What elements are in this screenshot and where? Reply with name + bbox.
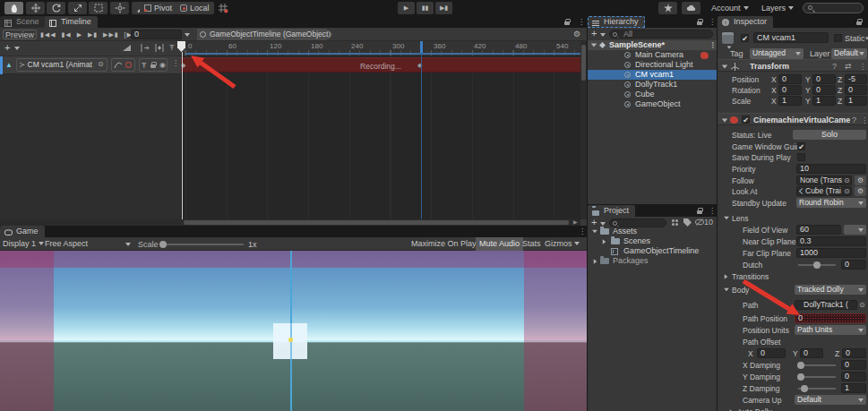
camera-up-dropdown[interactable]: Default [795,395,866,405]
aspect-dropdown[interactable]: Free Aspect [45,237,133,251]
hierarchy-search-input[interactable]: All [609,30,713,39]
timeline-end-marker[interactable] [420,41,423,53]
x-damping-knob[interactable] [797,362,804,369]
project-lock-icon[interactable] [697,210,702,214]
layers-dropdown[interactable]: Layers [757,2,798,14]
scale-y-field[interactable]: 1 [812,96,836,106]
transform-header[interactable]: Transform ? ⇄ ⋮ [718,59,868,72]
hierarchy-lock-icon[interactable] [697,21,702,25]
mute-audio-toggle[interactable]: Mute Audio [476,237,523,251]
track-binding[interactable]: ≻ CM vcam1 (Animat [16,58,107,72]
body-foldout[interactable]: Body [732,286,749,295]
cine-menu-icon[interactable]: ⋮ [861,115,868,126]
rotate-tool[interactable] [47,2,65,14]
scale-slider-knob[interactable] [159,241,167,248]
path-field[interactable]: DollyTrack1 ( [795,300,857,310]
offset-y-field[interactable]: 0 [800,348,823,358]
track-mute-icon[interactable]: ▲ [5,61,13,69]
scroll-right-icon[interactable]: ▶ [573,218,578,225]
auto-dolly-foldout[interactable]: Auto Dolly [737,407,772,411]
guides-checkbox[interactable]: ✔ [797,142,805,150]
far-clip-field[interactable]: 1000 [796,248,866,258]
timeline-breadcrumb[interactable]: GameObjectTimeline (GameObject) [197,29,333,40]
transport-controls[interactable]: ▮◀◀ ▮◀ ▶ ▶▮ ▶▶▮ [▶] [40,30,135,39]
rotation-x-field[interactable]: 0 [778,85,802,95]
transform-menu-icon[interactable]: ⋮ [859,61,866,73]
pin-icon[interactable]: Ŧ [142,61,147,70]
tab-game[interactable]: Game [0,226,45,237]
frame-field[interactable]: 0 [131,30,182,39]
marker-pin-icon[interactable]: Ŧ [169,43,175,52]
gizmos-dropdown[interactable]: Gizmos [541,237,583,251]
object-picker-icon[interactable]: ⊙ [98,60,104,68]
move-tool[interactable] [26,2,45,14]
recording-track[interactable]: Recording... ◆ ◆ [181,57,580,73]
add-track-button[interactable]: + [4,42,10,53]
position-x-field[interactable]: 0 [778,74,802,84]
project-item-assets[interactable]: Assets [588,227,718,236]
standby-dropdown[interactable]: Round Robin [796,198,866,208]
rect-tool[interactable] [89,2,107,14]
pause-button[interactable]: ▮▮ [417,2,434,14]
lookat-gear-icon[interactable]: ⚙ [855,186,866,196]
dutch-field[interactable]: 0 [841,260,866,270]
hierarchy-menu-icon[interactable]: ⋮ [709,16,716,28]
path-picker-icon[interactable]: ⊙ [859,301,865,309]
tab-scene[interactable]: Scene [0,16,46,28]
near-clip-field[interactable]: 0.3 [796,236,866,246]
z-damping-field[interactable]: 1 [841,383,866,393]
services-icon[interactable] [658,2,677,14]
x-damping-field[interactable]: 0 [841,360,866,370]
y-damping-field[interactable]: 0 [841,372,866,381]
follow-gear-icon[interactable]: ⚙ [855,176,866,185]
hierarchy-item-directional-light[interactable]: Directional Light [588,60,718,70]
timeline-vscrollbar[interactable] [580,41,587,219]
tab-project[interactable]: Project [588,205,635,217]
hand-tool[interactable] [4,2,23,14]
game-viewport[interactable] [0,251,587,411]
project-item-packages[interactable]: Packages [588,256,718,266]
fov-preset-dropdown[interactable] [844,225,866,235]
hidden-count[interactable]: 10 [695,218,713,227]
offset-x-field[interactable]: 0 [757,348,786,358]
game-menu-icon[interactable]: ⋮ [579,226,586,237]
frame-dropdown-icon[interactable] [185,33,190,37]
scale-slider[interactable] [161,244,244,245]
menu-icon[interactable]: ⋮ [578,16,585,28]
track-header[interactable]: ▲ ≻ CM vcam1 (Animat ⊙ Ŧ ◉ ⋮ [0,56,181,74]
tab-inspector[interactable]: iInspector [718,16,773,28]
lens-foldout[interactable]: Lens [732,214,748,223]
eye-icon[interactable]: ◉ [159,61,166,69]
tab-timeline[interactable]: Timeline [45,16,98,28]
tag-dropdown[interactable]: Untagged [750,48,804,59]
project-item-gameobjecttimeline[interactable]: GameObjectTimeline [588,246,718,256]
presets-icon[interactable]: ⇄ [845,60,852,73]
follow-picker-icon[interactable]: ⊙ [844,176,850,184]
rotation-y-field[interactable]: 0 [812,85,836,95]
hierarchy-item-cm-vcam1[interactable]: CM vcam1 [588,70,718,80]
lock-icon[interactable] [564,21,570,25]
timeline-ruler[interactable]: 0 60 120 180 240 300 360 420 480 540 [181,41,580,56]
position-z-field[interactable]: -5 [845,74,867,84]
timeline-hscrollbar[interactable]: ▶ [0,219,580,226]
y-damping-knob[interactable] [797,373,804,381]
scale-z-field[interactable]: 1 [845,96,867,106]
layer-dropdown[interactable]: Default [831,48,867,59]
curves-view-icon[interactable] [122,44,132,54]
maximize-on-play-toggle[interactable]: Maximize On Play [408,237,480,251]
cinemachine-enabled-checkbox[interactable]: ✔ [742,116,750,124]
cine-help-icon[interactable]: ? [852,114,856,126]
position-y-field[interactable]: 0 [812,74,836,84]
hierarchy-item-cube[interactable]: Cube [588,90,718,99]
transitions-foldout[interactable]: Transitions [732,272,769,281]
scene-header-row[interactable]: SampleScene* ⋮ [588,40,718,50]
position-units-dropdown[interactable]: Path Units [795,325,866,335]
curve-icon[interactable] [114,61,123,71]
step-button[interactable]: ▶▮ [435,2,452,14]
display-dropdown[interactable]: Display 1 [3,237,44,251]
pivot-toggle[interactable]: Pivot [140,2,176,14]
gear-icon[interactable]: ⚙ [573,30,580,39]
lookat-picker-icon[interactable]: ⊙ [844,187,850,195]
offset-z-field[interactable]: 0 [842,348,866,358]
help-icon[interactable]: ? [832,60,837,73]
